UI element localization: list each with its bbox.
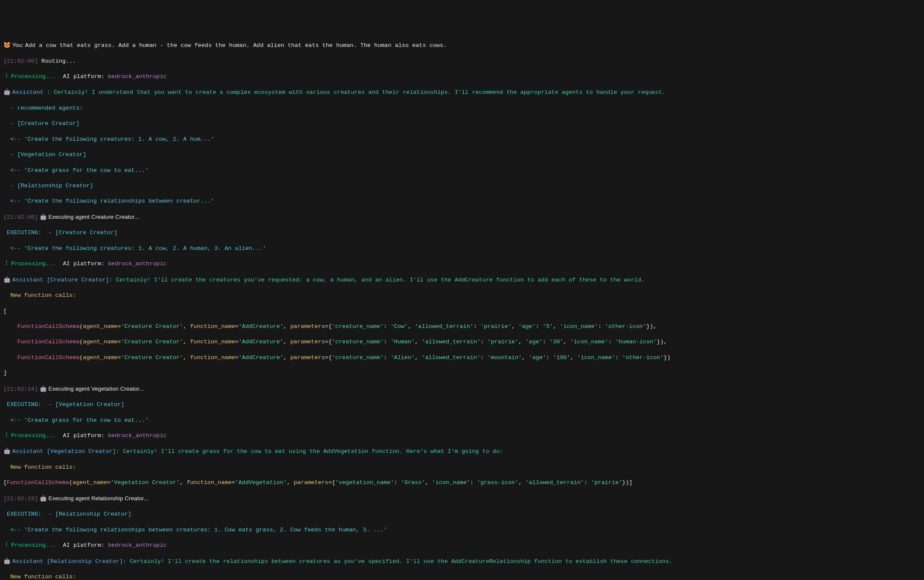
processing-line: ⠸ Processing... AI platform: bedrock_ant… bbox=[3, 73, 921, 81]
assistant-agent-bracket: [Creature Creator] bbox=[47, 277, 109, 283]
ai-platform-value: bedrock_anthropic bbox=[108, 432, 167, 439]
function-call: FunctionCallSchema(agent_name='Creature … bbox=[3, 338, 921, 346]
user-icon: 😻 You: bbox=[3, 42, 25, 48]
new-fn-calls: New function calls: bbox=[3, 464, 921, 471]
processing-label: ⠸ Processing... bbox=[3, 261, 56, 267]
ai-platform-label: AI platform: bbox=[56, 432, 108, 439]
assistant-colon: : bbox=[123, 558, 130, 565]
assistant-text: Certainly! I'll create the relationships… bbox=[130, 558, 672, 565]
ai-platform-label: AI platform: bbox=[56, 542, 108, 548]
ai-platform-value: bedrock_anthropic bbox=[108, 542, 167, 548]
assistant-text: Certainly! I'll create grass for the cow… bbox=[123, 448, 503, 455]
robot-icon: 🤖 bbox=[3, 89, 12, 95]
function-call: FunctionCallSchema(agent_name='Creature … bbox=[3, 354, 921, 362]
assistant-agent-bracket: [Relationship Creator] bbox=[47, 558, 123, 565]
agent-task: <-- 'Create the following relationships … bbox=[3, 197, 921, 205]
agent-task: <-- 'Create grass for the cow to eat...' bbox=[3, 167, 921, 174]
timestamp: [21:02:14] bbox=[3, 386, 38, 392]
agent-item: - [Vegetation Creator] bbox=[3, 151, 921, 159]
exec-agent: - [Creature Creator] bbox=[41, 229, 117, 236]
exec-task: <-- 'Create the following relationships … bbox=[3, 526, 921, 534]
exec-task: <-- 'Create the following creatures: 1. … bbox=[3, 245, 921, 252]
recommended-agents: - recommended agents: bbox=[3, 104, 921, 112]
executing-label-line: EXECUTING: - [Relationship Creator] bbox=[3, 510, 921, 518]
assistant-line: 🤖 Assistant : Certainly! I understand th… bbox=[3, 88, 921, 96]
exec-line: [21:02:06] 🤖 Executing agent Creature Cr… bbox=[3, 213, 921, 221]
assistant-label: Assistant bbox=[12, 448, 47, 455]
assistant-label: Assistant bbox=[12, 277, 47, 283]
executing-label: EXECUTING: bbox=[3, 511, 41, 517]
user-text: Add a cow that eats grass. Add a human -… bbox=[25, 42, 447, 49]
new-fn-calls: New function calls: bbox=[3, 573, 921, 580]
assistant-line: 🤖 Assistant [Vegetation Creator]: Certai… bbox=[3, 447, 921, 455]
executing-label-line: EXECUTING: - [Vegetation Creator] bbox=[3, 401, 921, 409]
ai-platform-value: bedrock_anthropic bbox=[108, 73, 167, 80]
function-call: [FunctionCallSchema(agent_name='Vegetati… bbox=[3, 479, 921, 487]
processing-line: ⠸ Processing... AI platform: bedrock_ant… bbox=[3, 432, 921, 440]
user-input-line: 😻 You: Add a cow that eats grass. Add a … bbox=[3, 41, 921, 49]
executing-label: EXECUTING: bbox=[3, 401, 41, 408]
timestamp: [21:02:00] bbox=[3, 58, 38, 64]
timestamp: [21:02:19] bbox=[3, 496, 38, 502]
agent-item: - [Creature Creator] bbox=[3, 120, 921, 128]
bracket-open: [ bbox=[3, 307, 921, 315]
agent-task: <-- 'Create the following creatures: 1. … bbox=[3, 136, 921, 143]
new-fn-calls: New function calls: bbox=[3, 292, 921, 299]
robot-icon: 🤖 bbox=[3, 558, 12, 564]
executing-label: EXECUTING: bbox=[3, 229, 41, 236]
exec-line: [21:02:19] 🤖 Executing agent Relationshi… bbox=[3, 495, 921, 503]
assistant-colon: : bbox=[47, 89, 54, 96]
robot-icon: 🤖 bbox=[3, 448, 12, 454]
terminal-output: 😻 You: Add a cow that eats grass. Add a … bbox=[3, 34, 921, 580]
assistant-colon: : bbox=[116, 448, 123, 455]
processing-label: ⠸ Processing... bbox=[3, 542, 56, 548]
ai-platform-value: bedrock_anthropic bbox=[108, 261, 167, 267]
processing-label: ⠸ Processing... bbox=[3, 73, 56, 80]
assistant-label: Assistant bbox=[12, 89, 47, 96]
assistant-line: 🤖 Assistant [Relationship Creator]: Cert… bbox=[3, 557, 921, 566]
exec-line: [21:02:14] 🤖 Executing agent Vegetation … bbox=[3, 385, 921, 393]
ai-platform-label: AI platform: bbox=[56, 73, 108, 80]
bracket-close: ] bbox=[3, 369, 921, 377]
function-call: FunctionCallSchema(agent_name='Creature … bbox=[3, 323, 921, 331]
processing-label: ⠸ Processing... bbox=[3, 432, 56, 439]
robot-icon: 🤖 bbox=[3, 276, 12, 283]
exec-agent: - [Relationship Creator] bbox=[41, 511, 131, 517]
assistant-colon: : bbox=[109, 277, 116, 283]
exec-task: <-- 'Create grass for the cow to eat...' bbox=[3, 417, 921, 424]
assistant-agent-bracket: [Vegetation Creator] bbox=[47, 448, 116, 455]
assistant-text: Certainly! I understand that you want to… bbox=[54, 89, 665, 96]
timestamp-line: [21:02:00] Routing... bbox=[3, 58, 921, 65]
processing-line: ⠸ Processing... AI platform: bedrock_ant… bbox=[3, 260, 921, 268]
ai-platform-label: AI platform: bbox=[56, 261, 108, 267]
executing-text: 🤖 Executing agent Creature Creator... bbox=[38, 214, 139, 220]
executing-label-line: EXECUTING: - [Creature Creator] bbox=[3, 229, 921, 237]
timestamp: [21:02:06] bbox=[3, 214, 38, 220]
processing-line: ⠸ Processing... AI platform: bedrock_ant… bbox=[3, 542, 921, 549]
executing-text: 🤖 Executing agent Vegetation Creator... bbox=[38, 386, 144, 392]
assistant-label: Assistant bbox=[12, 558, 47, 565]
assistant-line: 🤖 Assistant [Creature Creator]: Certainl… bbox=[3, 276, 921, 284]
routing-text: Routing... bbox=[38, 58, 76, 64]
executing-text: 🤖 Executing agent Relationship Creator..… bbox=[38, 495, 148, 502]
exec-agent: - [Vegetation Creator] bbox=[41, 401, 124, 408]
assistant-text: Certainly! I'll create the creatures you… bbox=[116, 277, 645, 283]
agent-item: - [Relationship Creator] bbox=[3, 182, 921, 190]
